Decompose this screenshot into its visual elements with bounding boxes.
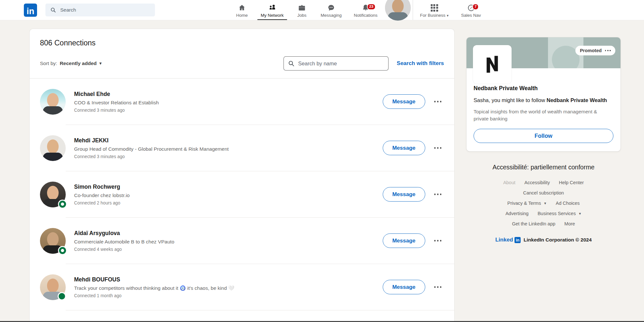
nav-label: Sales Nav <box>461 13 481 18</box>
compass-icon: 7 <box>467 4 475 12</box>
my-network-icon <box>268 4 276 12</box>
jobs-icon <box>298 4 306 12</box>
connection-row: Mehdi JEKKI Group Head of Commodity - Gl… <box>30 125 454 171</box>
messaging-icon <box>327 4 335 12</box>
chevron-down-icon[interactable]: ▼ <box>578 212 582 215</box>
footer-link-ad-choices[interactable]: Ad Choices <box>556 201 580 206</box>
footer-link-help-center[interactable]: Help Center <box>559 180 584 185</box>
avatar[interactable] <box>40 135 66 161</box>
search-icon <box>288 60 295 67</box>
sort-dropdown[interactable]: Recently added <box>60 61 97 66</box>
footer-link-advertising[interactable]: Advertising <box>505 211 529 216</box>
avatar[interactable] <box>40 228 66 254</box>
copyright-text: LinkedIn Corporation © 2024 <box>524 237 591 243</box>
footer-link-more[interactable]: More <box>564 221 575 226</box>
connections-card: 806 Connections Sort by: Recently added … <box>30 29 454 322</box>
promoted-description: Topical insights from the world of wealt… <box>474 108 613 122</box>
nav-item-messaging[interactable]: Messaging <box>315 0 348 20</box>
nav-item-home[interactable]: Home <box>228 0 255 20</box>
connection-time: Connected 4 weeks ago <box>74 247 376 252</box>
nav-divider <box>413 0 413 20</box>
linkedin-wordmark: Linked <box>495 237 513 243</box>
promoted-greeting: Sasha, you might like to follow Nedbank … <box>474 97 613 104</box>
footer-link-business-services[interactable]: Business Services <box>538 211 576 216</box>
more-options-button[interactable] <box>433 237 443 245</box>
connection-headline: Co-founder chez lobstr.io <box>74 193 376 198</box>
more-options-button[interactable] <box>433 144 443 152</box>
sales-nav-badge: 7 <box>472 4 479 10</box>
avatar[interactable] <box>40 182 66 207</box>
nav-label: Jobs <box>297 13 307 18</box>
more-options-button[interactable] <box>433 98 443 106</box>
connection-time: Connected 3 minutes ago <box>74 154 376 159</box>
connection-headline: Track your competitors without thinking … <box>74 285 376 291</box>
connection-name[interactable]: Aïdaï Arsygulova <box>74 230 376 237</box>
nav-item-notifications[interactable]: 23 Notifications <box>348 0 384 20</box>
nav-item-my-network[interactable]: My Network <box>255 0 289 20</box>
connection-name[interactable]: Michael Ehde <box>74 91 376 98</box>
connection-name[interactable]: Mehdi BOUFOUS <box>74 276 376 283</box>
nav-label: For Business <box>420 13 446 18</box>
follow-button[interactable]: Follow <box>474 129 613 143</box>
footer-link-privacy-terms[interactable]: Privacy & Terms <box>507 201 541 206</box>
top-navigation: in Home My Network <box>0 0 644 20</box>
connection-row: Aïdaï Arsygulova Commerciale Automobile … <box>30 218 454 264</box>
promoted-label: Promoted <box>580 48 602 53</box>
more-options-button[interactable] <box>433 190 443 198</box>
page-title: 806 Connections <box>40 39 444 47</box>
linkedin-logo[interactable]: in <box>24 4 37 17</box>
promoted-brand-name[interactable]: Nedbank Private Wealth <box>474 85 613 92</box>
notifications-badge: 23 <box>367 4 376 10</box>
connection-headline: Commerciale Automobile B to B chez VPaut… <box>74 239 376 245</box>
footer-link-get-app[interactable]: Get the LinkedIn app <box>512 221 555 226</box>
home-icon <box>238 4 246 12</box>
sort-by-label: Sort by: <box>40 61 57 66</box>
nav-item-for-business[interactable]: For Business▾ <box>414 0 455 20</box>
name-search-box[interactable] <box>284 56 389 71</box>
nav-items: Home My Network Jobs <box>228 0 487 20</box>
nav-label: My Network <box>261 13 284 18</box>
footer-link-cancel-subscription[interactable]: Cancel subscription <box>523 190 564 195</box>
me-avatar <box>385 4 411 12</box>
nav-item-jobs[interactable]: Jobs <box>289 0 315 20</box>
search-by-name-input[interactable] <box>298 60 380 67</box>
search-icon <box>50 7 56 13</box>
message-button[interactable]: Message <box>383 141 425 155</box>
connection-row: Mehdi BOUFOUS Track your competitors wit… <box>30 264 454 310</box>
footer-brandline: Linked in LinkedIn Corporation © 2024 <box>466 237 620 243</box>
connection-name[interactable]: Mehdi JEKKI <box>74 137 376 144</box>
footer-links: About Accessibility Help Center Cancel s… <box>466 180 620 226</box>
connection-row: Simon Rochwerg Co-founder chez lobstr.io… <box>30 171 454 217</box>
avatar[interactable] <box>40 89 66 115</box>
online-indicator <box>59 201 66 208</box>
promoted-more-icon[interactable] <box>605 50 611 51</box>
footer-link-accessibility[interactable]: Accessibility <box>524 180 550 185</box>
online-indicator <box>59 247 66 254</box>
connection-name[interactable]: Simon Rochwerg <box>74 184 376 190</box>
global-search[interactable] <box>45 4 155 16</box>
more-options-button[interactable] <box>433 283 443 291</box>
right-rail: Promoted Nedbank Private Wealth Sasha, y… <box>466 37 620 243</box>
message-button[interactable]: Message <box>383 280 425 294</box>
message-button[interactable]: Message <box>383 94 425 109</box>
connection-time: Connected 3 minutes ago <box>74 108 376 113</box>
chevron-down-icon: ▾ <box>447 14 449 18</box>
nav-item-me[interactable]: Me▾ <box>384 0 412 20</box>
footer-link-about[interactable]: About <box>503 180 515 185</box>
connection-headline: COO & Investor Relations at Establish <box>74 100 376 106</box>
search-with-filters-link[interactable]: Search with filters <box>397 60 444 67</box>
nav-label: Notifications <box>354 13 378 18</box>
search-input[interactable] <box>60 7 138 13</box>
avatar[interactable] <box>40 274 66 300</box>
accessibility-heading: Accessibilité: partiellement conforme <box>466 164 620 171</box>
sort-caret-icon[interactable]: ▼ <box>99 61 102 66</box>
message-button[interactable]: Message <box>383 233 425 248</box>
chevron-down-icon[interactable]: ▼ <box>543 202 547 205</box>
grid-icon <box>431 4 438 12</box>
message-button[interactable]: Message <box>383 187 425 202</box>
nav-item-sales-nav[interactable]: 7 Sales Nav <box>455 0 487 20</box>
nav-label: Messaging <box>321 13 341 18</box>
connection-headline: Group Head of Commodity - Global Procure… <box>74 146 376 152</box>
divider <box>66 310 454 310</box>
nedbank-logo[interactable] <box>473 45 512 84</box>
